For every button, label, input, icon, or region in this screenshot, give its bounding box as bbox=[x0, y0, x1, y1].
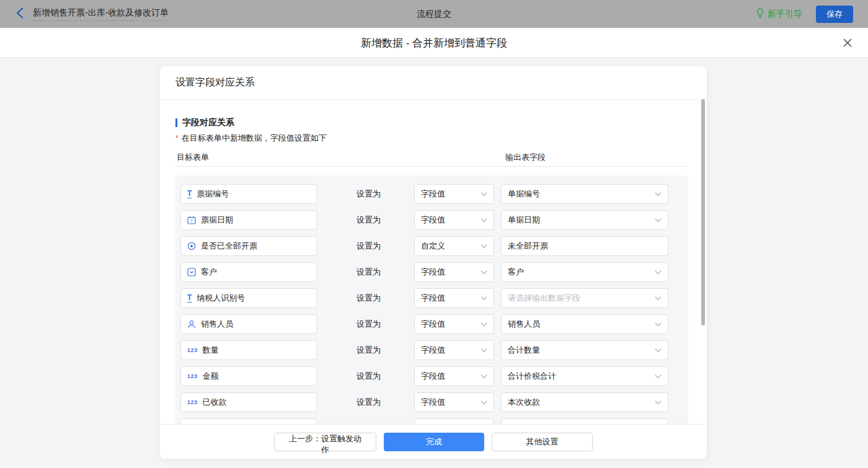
output-field-select[interactable]: 销售人员 bbox=[501, 314, 668, 334]
chevron-down-icon bbox=[480, 374, 487, 379]
set-as-label: 设置为 bbox=[356, 262, 381, 282]
number-field-icon: 123 bbox=[187, 348, 198, 353]
chevron-down-icon bbox=[655, 218, 662, 223]
output-text-value: 未全部开票 bbox=[508, 241, 548, 252]
mode-select-value: 字段值 bbox=[421, 345, 480, 356]
mode-select[interactable]: 字段值 bbox=[414, 184, 494, 204]
mapping-rows: T票据编号设置为字段值单据编号7票据日期设置为字段值单据日期是否已全部开票设置为… bbox=[175, 175, 688, 424]
finish-button[interactable]: 完成 bbox=[384, 433, 484, 451]
mode-select[interactable]: 字段值 bbox=[414, 288, 494, 308]
target-field-box bbox=[180, 418, 317, 424]
mapping-row: 123已收款设置为字段值本次收款 bbox=[175, 392, 688, 412]
chevron-down-icon bbox=[655, 374, 662, 379]
output-field-select[interactable]: 单据编号 bbox=[501, 184, 668, 204]
target-field-label: 票据日期 bbox=[201, 214, 233, 226]
card-header: 设置字段对应关系 bbox=[160, 66, 707, 100]
output-select-value: 合计数量 bbox=[508, 345, 655, 356]
required-asterisk: * bbox=[175, 134, 179, 143]
mapping-row: T纳税人识别号设置为字段值请选择输出数据字段 bbox=[175, 288, 688, 308]
field-mapping-card: 设置字段对应关系 字段对应关系 *在目标表单中新增数据，字段值设置如下 目标表单… bbox=[160, 66, 707, 459]
output-field-select[interactable]: 请选择输出数据字段 bbox=[501, 288, 668, 308]
mode-select[interactable] bbox=[414, 418, 494, 424]
mode-select-value: 字段值 bbox=[421, 188, 480, 200]
set-as-label: 设置为 bbox=[356, 366, 381, 386]
output-field-select[interactable]: 合计价税合计 bbox=[501, 366, 668, 386]
mode-select-value: 字段值 bbox=[421, 319, 480, 330]
column-header-output: 输出表字段 bbox=[505, 152, 546, 163]
number-field-icon: 123 bbox=[187, 400, 198, 405]
mode-select[interactable]: 字段值 bbox=[414, 314, 494, 334]
topbar-actions: 新手引导 保存 bbox=[756, 0, 853, 28]
set-as-label: 设置为 bbox=[356, 184, 381, 204]
target-field-box: T票据编号 bbox=[180, 184, 317, 204]
set-as-label: 设置为 bbox=[356, 236, 381, 256]
text-field-icon: T bbox=[187, 294, 192, 302]
top-bar: 新增销售开票-出库-收款及修改订单 流程提交 新手引导 保存 bbox=[0, 0, 868, 28]
target-field-box: 123已收款 bbox=[180, 392, 317, 412]
mode-select[interactable]: 字段值 bbox=[414, 210, 494, 230]
user-field-icon bbox=[187, 320, 196, 329]
target-field-box: 是否已全部开票 bbox=[180, 236, 317, 256]
column-header-target: 目标表单 bbox=[177, 152, 209, 163]
page-mode-label: 流程提交 bbox=[0, 9, 868, 20]
close-button[interactable] bbox=[841, 36, 854, 50]
target-field-label: 票据编号 bbox=[197, 188, 229, 200]
mode-select[interactable]: 字段值 bbox=[414, 340, 494, 360]
output-field-select[interactable]: 客户 bbox=[501, 262, 668, 282]
text-field-icon: T bbox=[187, 190, 192, 198]
mode-select[interactable]: 字段值 bbox=[414, 262, 494, 282]
chevron-down-icon bbox=[480, 400, 487, 405]
mapping-row: 123数量设置为字段值合计数量 bbox=[175, 340, 688, 360]
output-text-input[interactable]: 未全部开票 bbox=[501, 236, 668, 256]
output-field-select[interactable] bbox=[501, 418, 668, 424]
other-settings-button[interactable]: 其他设置 bbox=[492, 433, 593, 451]
mapping-row: 销售人员设置为字段值销售人员 bbox=[175, 314, 688, 334]
section-title-label: 字段对应关系 bbox=[182, 117, 234, 128]
beginner-guide-label: 新手引导 bbox=[768, 9, 802, 20]
vertical-scrollbar[interactable] bbox=[701, 99, 705, 325]
target-field-label: 客户 bbox=[201, 267, 217, 278]
modal-header: 新增数据 - 合并新增到普通字段 bbox=[0, 28, 868, 58]
section-accent-bar bbox=[175, 118, 177, 127]
mapping-row: 客户设置为字段值客户 bbox=[175, 262, 688, 282]
target-field-box: 123金额 bbox=[180, 366, 317, 386]
beginner-guide-link[interactable]: 新手引导 bbox=[756, 8, 802, 20]
output-field-select[interactable]: 本次收款 bbox=[501, 392, 668, 412]
target-field-box: T纳税人识别号 bbox=[180, 288, 317, 308]
chevron-down-icon bbox=[655, 270, 662, 275]
radio-field-icon bbox=[187, 242, 196, 250]
mode-select-value: 字段值 bbox=[421, 371, 480, 382]
mode-select[interactable]: 自定义 bbox=[414, 236, 494, 256]
set-as-label: 设置为 bbox=[356, 288, 381, 308]
output-field-select[interactable]: 合计数量 bbox=[501, 340, 668, 360]
previous-step-button[interactable]: 上一步：设置触发动作 bbox=[274, 433, 376, 451]
output-field-select[interactable]: 单据日期 bbox=[501, 210, 668, 230]
target-field-label: 已收款 bbox=[203, 397, 227, 408]
chevron-down-icon bbox=[655, 296, 662, 301]
mode-select[interactable]: 字段值 bbox=[414, 366, 494, 386]
output-select-value: 客户 bbox=[508, 267, 655, 278]
chevron-down-icon bbox=[480, 218, 487, 223]
chevron-down-icon bbox=[655, 192, 662, 196]
chevron-down-icon bbox=[480, 322, 487, 327]
set-as-label: 设置为 bbox=[356, 210, 381, 230]
svg-text:7: 7 bbox=[190, 219, 193, 223]
mapping-hint-text: 在目标表单中新增数据，字段值设置如下 bbox=[182, 133, 327, 143]
mode-select-value: 字段值 bbox=[421, 214, 480, 226]
mode-select-value: 字段值 bbox=[421, 397, 480, 408]
mode-select[interactable]: 字段值 bbox=[414, 392, 494, 412]
chevron-down-icon bbox=[655, 322, 662, 327]
target-field-label: 纳税人识别号 bbox=[197, 293, 245, 304]
save-button[interactable]: 保存 bbox=[816, 6, 853, 23]
output-select-value: 销售人员 bbox=[508, 319, 655, 330]
target-field-label: 数量 bbox=[203, 345, 219, 356]
mapping-row: 7票据日期设置为字段值单据日期 bbox=[175, 210, 688, 230]
output-select-value: 请选择输出数据字段 bbox=[508, 293, 655, 304]
mode-select-value: 自定义 bbox=[421, 241, 480, 252]
mapping-hint: *在目标表单中新增数据，字段值设置如下 bbox=[175, 133, 327, 144]
output-select-value: 本次收款 bbox=[508, 397, 655, 408]
mode-select-value: 字段值 bbox=[421, 293, 480, 304]
target-field-label: 是否已全部开票 bbox=[201, 241, 257, 252]
target-field-box: 123数量 bbox=[180, 340, 317, 360]
modal-title: 新增数据 - 合并新增到普通字段 bbox=[0, 28, 868, 58]
